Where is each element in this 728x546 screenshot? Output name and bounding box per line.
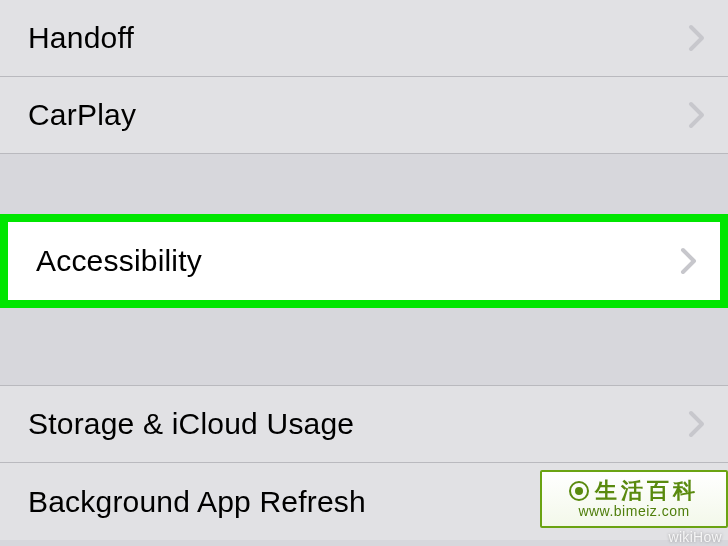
watermark-title: 生活百科 (569, 480, 699, 502)
watermark-title-text: 生活百科 (595, 480, 699, 502)
highlighted-row-wrapper: Accessibility (0, 214, 728, 308)
row-storage-icloud-usage[interactable]: Storage & iCloud Usage (0, 385, 728, 463)
row-handoff[interactable]: Handoff (0, 0, 728, 77)
watermark-badge: 生活百科 www.bimeiz.com (540, 470, 728, 528)
chevron-right-icon (688, 24, 706, 52)
row-label: Accessibility (36, 244, 202, 278)
row-label: Handoff (28, 21, 134, 55)
row-label: CarPlay (28, 98, 136, 132)
settings-group-1: Handoff CarPlay (0, 0, 728, 154)
row-carplay[interactable]: CarPlay (0, 76, 728, 154)
row-label: Background App Refresh (28, 485, 366, 519)
chevron-right-icon (688, 101, 706, 129)
chevron-right-icon (680, 247, 698, 275)
row-accessibility[interactable]: Accessibility (8, 222, 720, 300)
group-spacer (0, 308, 728, 386)
watermark-corner: wikiHow (669, 529, 722, 545)
watermark-dot-icon (569, 481, 589, 501)
watermark-url: www.bimeiz.com (578, 504, 689, 518)
chevron-right-icon (688, 410, 706, 438)
row-label: Storage & iCloud Usage (28, 407, 354, 441)
group-spacer (0, 154, 728, 214)
